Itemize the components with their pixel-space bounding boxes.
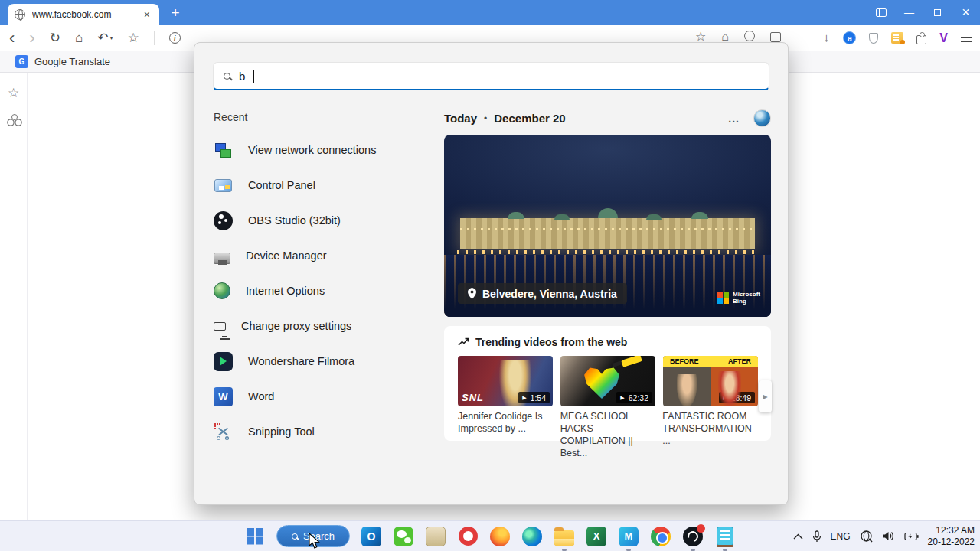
taskbar-edge[interactable] xyxy=(521,526,543,547)
recent-item-snipping-tool[interactable]: Snipping Tool xyxy=(214,414,428,449)
downloads-button[interactable]: ↓ xyxy=(823,31,831,44)
excel-icon: X xyxy=(586,527,606,546)
trending-title: Trending videos from the web xyxy=(475,336,627,348)
more-options-button[interactable]: ... xyxy=(724,112,744,125)
v-extension-icon[interactable]: V xyxy=(939,31,948,45)
running-indicator xyxy=(626,549,631,551)
start-search-panel: b Recent View network connections Contro… xyxy=(194,42,789,505)
bookmark-google-translate[interactable]: Google Translate xyxy=(34,56,110,67)
clover-icon[interactable] xyxy=(7,114,21,126)
video-duration-badge: ▶ 18:49 xyxy=(719,392,755,403)
recent-item-word[interactable]: W Word xyxy=(214,379,428,414)
search-icon xyxy=(224,73,230,80)
video-thumbnail-3[interactable]: BEFORE AFTER ▶ 18:49 xyxy=(663,356,758,406)
tiles-icon xyxy=(876,8,887,17)
browser-titlebar: www.facebook.com × + — × xyxy=(0,0,980,25)
globe-favicon-icon xyxy=(15,9,25,20)
shield-icon[interactable] xyxy=(869,33,878,44)
recent-item-label: View network connections xyxy=(248,144,376,156)
running-indicator xyxy=(723,549,727,551)
battery-icon[interactable] xyxy=(904,532,919,541)
recent-item-device-manager[interactable]: Device Manager xyxy=(214,238,428,273)
recent-item-label: Control Panel xyxy=(248,179,315,191)
obs-icon xyxy=(683,527,703,546)
taskbar-maxthon[interactable]: M xyxy=(618,526,639,547)
video-title-line: MEGA SCHOOL HACKS xyxy=(560,411,631,434)
recent-list: View network connections Control Panel O… xyxy=(214,132,428,449)
taskbar-outlook[interactable]: O xyxy=(361,526,382,547)
language-indicator[interactable]: ENG xyxy=(831,531,851,542)
taskbar-obs[interactable] xyxy=(682,526,704,547)
close-button[interactable]: × xyxy=(952,0,980,25)
video-title-1[interactable]: Jennifer Coolidge Is Impressed by ... xyxy=(458,411,553,460)
browser-tab[interactable]: www.facebook.com × xyxy=(8,4,159,25)
search-input[interactable]: b xyxy=(213,62,769,90)
bing-daily-image[interactable]: Belvedere, Vienna, Austria Microsoft Bin… xyxy=(444,135,771,317)
undo-button[interactable]: ↶ ▾ xyxy=(97,31,113,44)
duration-text: 62:32 xyxy=(629,393,648,403)
recent-item-obs-studio[interactable]: OBS Studio (32bit) xyxy=(214,203,428,238)
video-title-line: FANTASTIC ROOM xyxy=(662,411,746,422)
notepad-icon xyxy=(717,527,733,546)
site-info-button[interactable]: i xyxy=(169,32,181,44)
tab-close-icon[interactable]: × xyxy=(142,8,152,21)
tray-chevron-up-icon[interactable] xyxy=(793,533,803,540)
taskbar-app[interactable] xyxy=(425,526,446,547)
globe-avatar-icon[interactable] xyxy=(753,109,771,127)
microphone-icon[interactable] xyxy=(812,530,822,543)
taskbar-clock[interactable]: 12:32 AM 20-12-2022 xyxy=(928,525,975,548)
recent-item-label: Internet Options xyxy=(246,285,325,297)
star-icon[interactable]: ☆ xyxy=(695,31,706,43)
taskbar-file-explorer[interactable] xyxy=(554,526,575,547)
tab-tiling-button[interactable] xyxy=(867,0,895,25)
recent-item-label: Snipping Tool xyxy=(248,425,315,438)
taskbar-opera[interactable] xyxy=(457,526,479,547)
video-title-3[interactable]: FANTASTIC ROOM TRANSFORMATION ... xyxy=(662,411,757,460)
taskbar-wechat[interactable] xyxy=(393,526,414,547)
microsoft-bing-logo: Microsoft Bing xyxy=(717,291,760,305)
taskbar-excel[interactable]: X xyxy=(586,526,607,547)
star-sidebar-icon[interactable]: ☆ xyxy=(8,85,19,101)
internet-options-icon xyxy=(214,282,230,299)
video-title-2[interactable]: MEGA SCHOOL HACKS COMPILATION || Best... xyxy=(560,411,655,460)
new-tab-button[interactable]: + xyxy=(165,3,185,22)
recent-item-label: Word xyxy=(248,390,274,403)
play-icon: ▶ xyxy=(620,395,624,401)
volume-icon[interactable] xyxy=(882,530,895,542)
recent-item-view-network-connections[interactable]: View network connections xyxy=(214,132,428,168)
snipping-tool-icon xyxy=(214,422,233,442)
start-button[interactable] xyxy=(244,526,266,547)
restore-button[interactable] xyxy=(923,0,952,25)
back-button[interactable]: ‹ xyxy=(9,30,15,47)
recent-item-change-proxy-settings[interactable]: Change proxy settings xyxy=(214,308,428,344)
taskbar-firefox[interactable] xyxy=(489,526,511,547)
home-button[interactable]: ⌂ xyxy=(75,31,83,44)
running-indicator xyxy=(562,549,567,551)
screen: www.facebook.com × + — × ‹ › ↻ ⌂ ↶ ▾ ☆ i… xyxy=(0,0,980,551)
bookmark-star-button[interactable]: ☆ xyxy=(127,31,139,44)
carousel-next-button[interactable]: ▶ xyxy=(759,380,772,412)
reload-button[interactable]: ↻ xyxy=(50,31,60,44)
snl-logo: SNL xyxy=(462,392,484,403)
recent-item-control-panel[interactable]: Control Panel xyxy=(214,168,428,203)
image-caption: Belvedere, Vienna, Austria xyxy=(482,288,617,300)
extensions-puzzle-icon[interactable] xyxy=(916,35,926,44)
minimize-button[interactable]: — xyxy=(895,0,923,25)
video-thumbnail-2[interactable]: ▶ 62:32 xyxy=(560,356,655,406)
recent-item-internet-options[interactable]: Internet Options xyxy=(214,273,428,308)
recent-item-wondershare-filmora[interactable]: Wondershare Filmora xyxy=(214,344,428,379)
menu-hamburger-icon[interactable] xyxy=(961,34,972,35)
home-icon[interactable]: ⌂ xyxy=(721,31,729,43)
assistant-extension-icon[interactable]: a xyxy=(843,31,856,44)
taskbar-notepad[interactable] xyxy=(714,526,736,547)
text-caret xyxy=(253,70,254,83)
account-icon[interactable] xyxy=(744,31,755,41)
toolbar-divider xyxy=(154,31,155,45)
taskbar-chrome[interactable] xyxy=(650,526,671,547)
video-thumbnail-1[interactable]: SNL ▶ 1:54 xyxy=(458,356,553,406)
sidebar-toggle-icon[interactable] xyxy=(770,32,781,42)
image-caption-pill[interactable]: Belvedere, Vienna, Austria xyxy=(458,283,627,304)
network-globe-icon[interactable] xyxy=(860,530,873,543)
forward-button[interactable]: › xyxy=(29,30,34,47)
notes-extension-icon[interactable] xyxy=(891,32,903,44)
